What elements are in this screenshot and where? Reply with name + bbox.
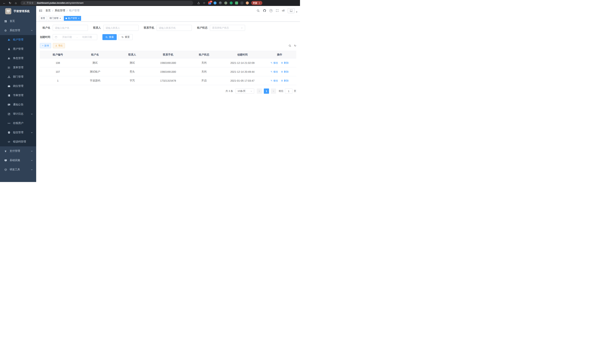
tab-home[interactable]: 首页 (39, 16, 47, 21)
search-icon[interactable] (257, 9, 260, 12)
sidebar-item-label: 用户管理 (13, 47, 23, 51)
goto-page-input[interactable] (285, 88, 292, 94)
sidebar-item-dict[interactable]: 字典管理 (0, 91, 36, 100)
sidebar-item-dept[interactable]: 部门管理 (0, 72, 36, 82)
extension-icon-5[interactable] (230, 1, 233, 4)
show-search-icon[interactable] (289, 44, 291, 47)
sidebar-item-label: 首页 (10, 19, 15, 23)
url-separator (35, 2, 35, 4)
browser-home-icon[interactable]: ⌂ (14, 1, 18, 5)
cell-name: 测试 (76, 58, 114, 67)
extension-icon-1[interactable]: 10 (208, 1, 211, 4)
app-title: 芋道管理系统 (14, 9, 30, 13)
add-button[interactable]: + 新增 (40, 43, 51, 48)
sidebar-item-infra[interactable]: 基础设施 (0, 156, 36, 165)
user-avatar[interactable] (288, 8, 294, 13)
sidebar-item-notice[interactable]: 通知公告 (0, 100, 36, 109)
close-icon[interactable]: × (78, 17, 80, 19)
sidebar-item-online[interactable]: 在线用户 (0, 119, 36, 128)
close-icon[interactable]: × (60, 17, 61, 19)
extension-icon-4[interactable] (224, 1, 227, 4)
sidebar-item-label: 支付管理 (10, 149, 20, 153)
bookmark-star-icon[interactable]: ☆ (203, 1, 206, 5)
breadcrumb-system[interactable]: 系统管理 (55, 9, 65, 12)
sidebar-item-sms[interactable]: 短信管理 (0, 128, 36, 137)
book-icon (7, 94, 10, 97)
col-header-id: 租户编号 (40, 51, 76, 58)
extension-icon-3[interactable] (219, 1, 222, 4)
help-icon[interactable]: ? (269, 9, 272, 12)
sidebar-item-user[interactable]: 用户管理 (0, 44, 36, 54)
next-page-button[interactable]: › (271, 88, 276, 94)
phone-input[interactable] (159, 27, 190, 29)
prev-page-button[interactable]: ‹ (257, 88, 262, 94)
github-icon[interactable] (263, 9, 266, 12)
extension-icon-7[interactable] (240, 1, 244, 4)
sidebar-item-home[interactable]: 首页 (0, 17, 36, 26)
sidebar-item-role[interactable]: 角色管理 (0, 54, 36, 63)
refresh-table-icon[interactable]: ↻ (294, 44, 296, 47)
sidebar-item-menu[interactable]: 菜单管理 (0, 63, 36, 72)
delete-button[interactable]: 删除 (281, 61, 289, 65)
org-tree-icon (7, 75, 10, 78)
cell-name: 测试租户 (76, 67, 114, 76)
app-logo[interactable]: 芋道管理系统 (0, 6, 36, 17)
browser-reload-icon[interactable]: ↻ (8, 1, 12, 5)
extension-icon-6[interactable] (235, 1, 238, 4)
sidebar-item-devtool[interactable]: 研发工具 (0, 165, 36, 174)
export-button[interactable]: 导出 (53, 43, 65, 48)
sidebar-item-audit[interactable]: 审计日志 (0, 109, 36, 119)
page-number-button[interactable]: 1 (264, 88, 269, 94)
font-size-icon[interactable]: TT (282, 9, 285, 12)
edit-button[interactable]: ✎修改 (271, 79, 278, 82)
users-icon (7, 38, 10, 41)
cell-status: 开启 (186, 76, 222, 85)
profile-avatar-icon[interactable] (246, 1, 249, 4)
tenant-name-input[interactable] (55, 27, 86, 29)
user-icon (7, 47, 10, 50)
table-header-row: 租户编号 租户名 联系人 联系手机 租户状态 创建时间 操作 (40, 51, 296, 58)
date-range-picker[interactable]: 开始日期 - 结束日期 (53, 34, 97, 40)
share-icon[interactable] (197, 1, 200, 5)
filter-create-time: 创建时间 开始日期 - 结束日期 (40, 34, 97, 40)
sidebar-toggle-icon[interactable] (39, 9, 42, 12)
chrome-update-button[interactable]: 更新 ⋮ (251, 1, 262, 5)
tab-tenant[interactable]: 租户管理 × (64, 16, 81, 21)
sidebar-item-system[interactable]: ⚙ 系统管理 (0, 26, 36, 35)
extension-icon-2[interactable] (214, 1, 216, 4)
sidebar-item-pay[interactable]: ¥ 支付管理 (0, 146, 36, 156)
fullscreen-icon[interactable] (276, 9, 279, 12)
edit-button[interactable]: ✎修改 (271, 61, 278, 65)
breadcrumb-home[interactable]: 首页 (46, 9, 51, 12)
sidebar-item-post[interactable]: 岗位管理 (0, 82, 36, 91)
delete-button[interactable]: 删除 (281, 79, 289, 82)
browser-menu-icon[interactable]: ⋮ (258, 2, 261, 4)
sidebar-item-errcode[interactable]: 错误码管理 (0, 137, 36, 146)
avatar-caret-icon[interactable]: ▾ (296, 11, 297, 13)
pagination: 共 3 条 10条/页 ‹ 1 › 前往 页 (40, 88, 296, 94)
browser-back-icon[interactable]: ← (2, 1, 6, 5)
reset-button[interactable]: ↻ 重置 (119, 34, 133, 40)
edit-button[interactable]: ✎修改 (271, 70, 278, 74)
search-button[interactable]: 搜索 (103, 34, 117, 40)
address-bar[interactable]: ⚠ 不安全 dashboard.yudao.iocoder.cn/system/… (21, 1, 193, 5)
breadcrumb-separator: / (67, 9, 67, 12)
cell-created: 2021-12-14 21:02:09 (222, 58, 263, 67)
sidebar-item-label: 字典管理 (13, 94, 23, 97)
contact-input[interactable] (106, 27, 136, 29)
page-size-value: 10条/页 (237, 89, 246, 93)
filter-label: 创建时间 (40, 36, 50, 39)
status-select[interactable]: 请选择租户状态 (210, 25, 245, 31)
cell-phone: 17321315478 (150, 76, 186, 85)
delete-button[interactable]: 删除 (281, 70, 289, 74)
security-label[interactable]: 不安全 (27, 1, 34, 5)
cell-status: 关闭 (186, 67, 222, 76)
filter-status: 租户状态 请选择租户状态 (197, 25, 245, 31)
sidebar-item-tenant[interactable]: 租户管理 (0, 35, 36, 44)
sidebar-item-label: 基础设施 (10, 159, 20, 162)
cell-contact: 芋艿 (114, 76, 150, 85)
tab-dept[interactable]: 部门管理 × (48, 16, 63, 21)
sidebar-item-label: 系统管理 (10, 29, 20, 32)
date-start-placeholder: 开始日期 (59, 36, 75, 39)
page-size-select[interactable]: 10条/页 (236, 88, 254, 94)
